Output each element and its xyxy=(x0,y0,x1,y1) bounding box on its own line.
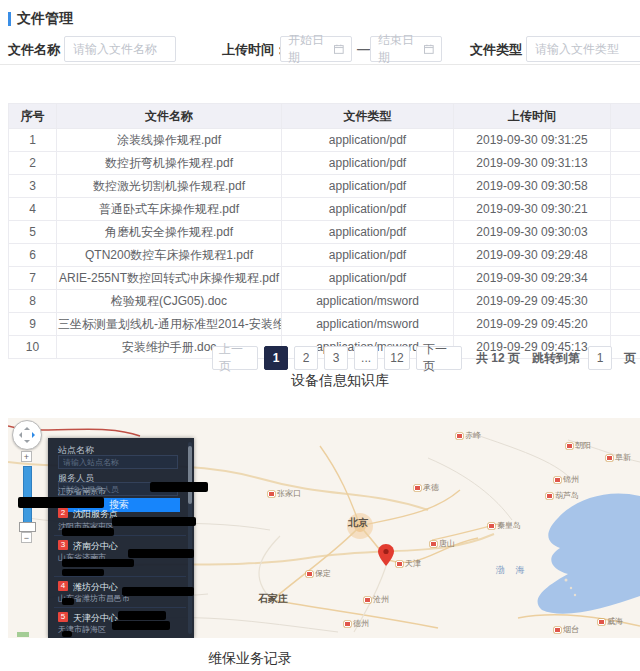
panel-divider xyxy=(54,607,186,608)
files-table: 序号 文件名称 文件类型 上传时间 1涂装线操作规程.pdfapplicatio… xyxy=(8,103,640,359)
start-date-input[interactable]: 开始日期 xyxy=(280,36,352,62)
redaction xyxy=(18,497,104,508)
city-marker-icon xyxy=(554,477,561,483)
city-marker-icon xyxy=(414,485,421,491)
file-name-input[interactable] xyxy=(64,36,176,62)
prev-page-button[interactable]: 上一页 xyxy=(212,346,258,370)
map-city-label: 天津 xyxy=(396,558,421,569)
page-button-3[interactable]: 3 xyxy=(324,346,348,370)
redaction xyxy=(62,598,74,605)
page-title: 文件管理 xyxy=(8,10,73,28)
redaction xyxy=(118,611,166,620)
site-name-input[interactable] xyxy=(58,455,178,469)
city-marker-icon xyxy=(364,597,371,603)
zoom-in-button[interactable]: + xyxy=(21,451,32,462)
map-city-label: 承德 xyxy=(414,482,439,493)
col-header-type: 文件类型 xyxy=(282,104,454,129)
site-item-badge: 4 xyxy=(58,581,68,591)
col-header-name: 文件名称 xyxy=(57,104,282,129)
map-city-label: 沧州 xyxy=(364,594,389,605)
site-item-badge: 5 xyxy=(58,612,68,622)
date-range-separator: — xyxy=(357,41,370,56)
map-city-label: 赤峰 xyxy=(456,430,481,441)
col-header-time: 上传时间 xyxy=(454,104,611,129)
map-city-label: 唐山 xyxy=(430,538,455,549)
map-city-label: 德州 xyxy=(344,618,369,629)
site-item-badge: 3 xyxy=(58,540,68,550)
site-item-badge: 2 xyxy=(58,508,68,518)
redaction xyxy=(62,528,114,536)
file-type-input[interactable] xyxy=(526,36,640,62)
pan-left-icon[interactable] xyxy=(16,432,22,438)
city-marker-icon xyxy=(430,541,437,547)
city-marker-icon xyxy=(306,571,313,577)
map-city-label-shijiazhuang: 石家庄 xyxy=(258,592,288,606)
panel-scrollbar-thumb[interactable] xyxy=(188,446,192,504)
map-city-label: 保定 xyxy=(306,568,331,579)
map-provider-logo xyxy=(17,632,29,637)
map-canvas[interactable]: 赤峰 朝阳 阜新 锦州 葫芦岛 承德 张家口 秦皇岛 唐山 天津 保定 沧州 德… xyxy=(8,418,640,638)
city-marker-icon xyxy=(488,523,495,529)
table-row[interactable]: 3数控激光切割机操作规程.pdfapplication/pdf2019-09-3… xyxy=(9,175,640,198)
page-button-2[interactable]: 2 xyxy=(294,346,318,370)
location-pin-icon[interactable] xyxy=(378,544,394,566)
table-row[interactable]: 9三坐标测量划线机-通用标准型2014-安装维application/mswor… xyxy=(9,313,640,336)
pan-up-icon[interactable] xyxy=(24,424,30,430)
calendar-icon xyxy=(334,44,344,54)
city-marker-icon xyxy=(268,491,275,497)
page-ellipsis-button[interactable]: ... xyxy=(354,346,378,370)
city-marker-icon xyxy=(554,627,561,633)
table-section-caption: 设备信息知识库 xyxy=(0,372,640,390)
map-city-label: 锦州 xyxy=(554,474,579,485)
city-marker-icon xyxy=(566,443,573,449)
zoom-out-button[interactable]: − xyxy=(21,532,32,543)
zoom-slider-handle[interactable] xyxy=(19,522,36,532)
map-pan-control[interactable] xyxy=(12,420,42,450)
map-city-label: 张家口 xyxy=(268,488,301,499)
next-page-button[interactable]: 下一页 xyxy=(416,346,462,370)
table-header-row: 序号 文件名称 文件类型 上传时间 xyxy=(9,104,640,129)
city-marker-icon xyxy=(456,433,463,439)
map-city-label: 威海 xyxy=(598,616,623,627)
jump-page-input[interactable] xyxy=(588,346,612,370)
section-divider xyxy=(0,64,640,65)
map-city-label: 葫芦岛 xyxy=(546,490,579,501)
pagination: 上一页 1 2 3 ... 12 下一页 共 12 页 跳转到第 页 xyxy=(212,346,640,370)
map-city-label: 秦皇岛 xyxy=(488,520,521,531)
table-row[interactable]: 7ARIE-255NT数控回转式冲床操作规程.pdfapplication/pd… xyxy=(9,267,640,290)
table-row[interactable]: 4普通卧式车床操作规程.pdfapplication/pdf2019-09-30… xyxy=(9,198,640,221)
pan-right-icon[interactable] xyxy=(32,432,38,438)
total-pages-text: 共 12 页 xyxy=(476,350,520,367)
jump-suffix: 页 xyxy=(624,350,636,367)
partial-address-text: 江苏省南京市 xyxy=(58,486,106,497)
page-button-12[interactable]: 12 xyxy=(384,346,410,370)
redaction xyxy=(150,482,208,492)
redaction xyxy=(62,631,72,637)
panel-divider xyxy=(54,576,186,577)
page-button-1[interactable]: 1 xyxy=(264,346,288,370)
table-row[interactable]: 6QTN200数控车床操作规程1.pdfapplication/pdf2019-… xyxy=(9,244,640,267)
city-marker-icon xyxy=(598,619,605,625)
map-city-label: 阜新 xyxy=(606,452,631,463)
redaction xyxy=(128,549,194,558)
jump-to-label: 跳转到第 xyxy=(532,350,580,367)
map-city-label: 朝阳 xyxy=(566,440,591,451)
page: 文件管理 文件名称： 上传时间： 开始日期 — 结束日期 文件类型： 序号 文件… xyxy=(0,0,640,671)
table-row[interactable]: 2数控折弯机操作规程.pdfapplication/pdf2019-09-30 … xyxy=(9,152,640,175)
table-row[interactable]: 1涂装线操作规程.pdfapplication/pdf2019-09-30 09… xyxy=(9,129,640,152)
col-header-extra xyxy=(611,104,640,129)
end-date-input[interactable]: 结束日期 xyxy=(370,36,442,62)
redaction xyxy=(62,569,104,576)
col-header-no: 序号 xyxy=(9,104,57,129)
city-marker-icon xyxy=(396,561,403,567)
pan-down-icon[interactable] xyxy=(24,440,30,446)
map-section-caption: 维保业务记录 xyxy=(8,650,492,668)
city-marker-icon xyxy=(546,493,553,499)
table-row[interactable]: 8检验规程(CJG05).docapplication/msword2019-0… xyxy=(9,290,640,313)
page-title-text: 文件管理 xyxy=(17,10,73,28)
upload-time-label: 上传时间： xyxy=(222,41,287,59)
table-row[interactable]: 5角磨机安全操作规程.pdfapplication/pdf2019-09-30 … xyxy=(9,221,640,244)
redaction xyxy=(122,587,194,596)
title-accent-bar xyxy=(8,12,11,26)
site-search-panel: 站点名称 服务人员 江苏省南京市 搜索 2 沈阳服务点 沈阳市苏家屯区 3 济南… xyxy=(48,438,194,638)
